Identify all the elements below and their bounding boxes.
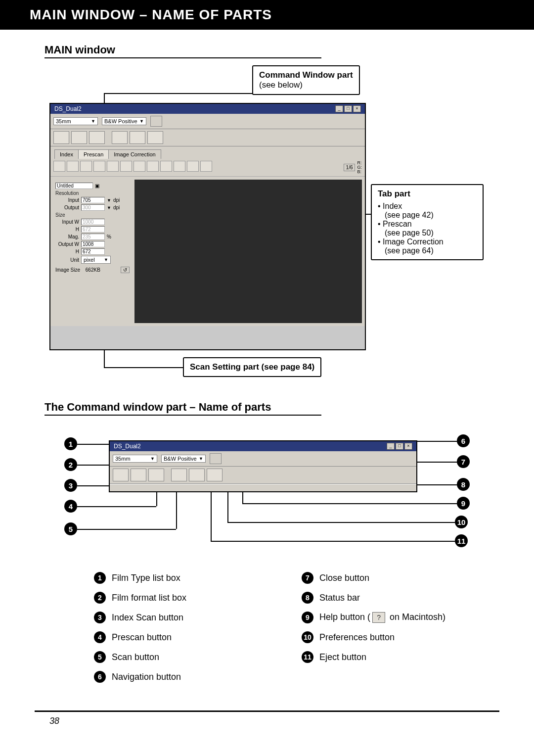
tool-11-icon[interactable] [187, 161, 199, 172]
tab-prescan[interactable]: Prescan [78, 149, 109, 159]
help-button-icon[interactable] [147, 131, 163, 144]
preview-area [134, 180, 362, 323]
cmd-preferences-button[interactable] [189, 469, 205, 481]
footer-rule [35, 710, 499, 712]
input-w-field[interactable] [81, 219, 105, 225]
label-11: 11 [455, 534, 468, 547]
screenshot-main: DS_Dual2 _ □ × 35mm▼ B&W Positive▼ [49, 103, 366, 350]
help-mac-icon: ? [372, 612, 385, 623]
cmd-window-titlebar: DS_Dual2 _ □ × [110, 441, 416, 451]
output-dpi-field[interactable] [81, 204, 105, 211]
window-title: DS_Dual2 [54, 105, 82, 112]
page-number: 38 [49, 716, 534, 726]
image-size-label: Image Size [55, 267, 80, 273]
tab-image-correction[interactable]: Image Correction [108, 149, 161, 159]
cmd-navigation-button[interactable] [210, 453, 222, 464]
legend-item-10: 10Preferences button [302, 631, 480, 643]
label-1: 1 [64, 437, 77, 450]
eject-button-icon[interactable] [112, 131, 128, 144]
image-size-value: 662KB [86, 267, 100, 273]
window-titlebar: DS_Dual2 _ □ × [50, 104, 365, 114]
tool-4-icon[interactable] [93, 161, 105, 172]
legend-item-4: 4Prescan button [94, 631, 272, 643]
cmd-close-icon[interactable]: × [404, 443, 412, 450]
callout-command-window-sub: (see below) [259, 80, 303, 90]
figure-main-window: Command Window part (see below) Tab part… [44, 65, 490, 387]
legend-item-11: 11Eject button [302, 651, 480, 663]
film-type-select[interactable]: B&W Positive▼ [102, 117, 146, 125]
prescan-button-icon[interactable] [71, 131, 87, 144]
label-6: 6 [457, 434, 470, 447]
page-title: MAIN WINDOW – NAME OF PARTS [0, 0, 534, 30]
output-h-field[interactable] [81, 248, 105, 255]
cmd-eject-button[interactable] [171, 469, 187, 481]
legend: 1Film Type list box 2Film format list bo… [94, 564, 490, 691]
minimize-icon[interactable]: _ [335, 105, 343, 112]
tool-7-icon[interactable] [134, 161, 145, 172]
scan-button-icon[interactable] [89, 131, 105, 144]
label-8: 8 [457, 478, 470, 491]
legend-item-2: 2Film format list box [94, 592, 272, 604]
preferences-button-icon[interactable] [130, 131, 145, 144]
mag-field[interactable] [81, 234, 105, 240]
tool-8-icon[interactable] [147, 161, 159, 172]
cmd-maximize-icon[interactable]: □ [396, 443, 403, 450]
input-h-field[interactable] [81, 226, 105, 233]
tool-9-icon[interactable] [160, 161, 172, 172]
label-9: 9 [457, 497, 470, 510]
unit-select[interactable]: pixel▼ [81, 256, 111, 264]
label-10: 10 [455, 516, 468, 528]
callout-tab-part: Tab part • Index(see page 42) • Prescan(… [371, 184, 484, 260]
cmd-film-format-select[interactable]: 35mm▼ [113, 455, 157, 463]
reset-icon[interactable]: ↺ [121, 267, 130, 273]
input-dpi-field[interactable] [81, 197, 105, 203]
command-toolbar: 35mm▼ B&W Positive▼ [50, 114, 365, 129]
film-format-select[interactable]: 35mm▼ [53, 117, 98, 125]
callout-command-window: Command Window part (see below) [252, 65, 360, 95]
legend-item-7: 7Close button [302, 572, 480, 584]
legend-item-6: 6Navigation button [94, 671, 272, 683]
tool-5-icon[interactable] [107, 161, 119, 172]
legend-item-9: 9Help button (? on Macintosh) [302, 612, 480, 623]
cmd-index-scan-button[interactable] [113, 469, 129, 481]
image-toolbar: 1/6 R:G:B: [50, 159, 365, 177]
size-label: Size [55, 212, 130, 218]
figure-command-window: 1 2 3 4 5 6 7 8 9 10 11 [44, 430, 490, 559]
callout-command-window-title: Command Window part [259, 70, 353, 80]
label-2: 2 [64, 458, 77, 471]
rgb-readout: 1/6 R:G:B: [344, 161, 362, 174]
main-window-heading: MAIN window [44, 44, 321, 58]
scan-setting-panel: ▣ Resolution Input▼dpi Output▼dpi Size I… [53, 180, 132, 323]
tab-index[interactable]: Index [54, 149, 79, 159]
legend-item-5: 5Scan button [94, 651, 272, 663]
legend-item-3: 3Index Scan button [94, 612, 272, 623]
label-3: 3 [64, 479, 77, 492]
legend-item-1: 1Film Type list box [94, 572, 272, 584]
label-7: 7 [457, 455, 470, 468]
tool-2-icon[interactable] [67, 161, 79, 172]
index-scan-button-icon[interactable] [53, 131, 69, 144]
cmd-scan-button[interactable] [148, 469, 164, 481]
button-toolbar [50, 129, 365, 146]
cmd-film-type-select[interactable]: B&W Positive▼ [161, 455, 206, 463]
title-field[interactable] [55, 183, 93, 189]
close-icon[interactable]: × [353, 105, 361, 112]
output-w-field[interactable] [81, 241, 105, 247]
navigation-button[interactable] [150, 116, 162, 127]
cmd-status-bar [110, 484, 416, 491]
callout-scan-setting: Scan Setting part (see page 84) [183, 357, 321, 377]
zoom-icon[interactable] [120, 161, 132, 172]
cmd-prescan-button[interactable] [131, 469, 146, 481]
tabs: Index Prescan Image Correction [50, 146, 365, 159]
tool-12-icon[interactable] [200, 161, 212, 172]
command-window-heading: The Command window part – Name of parts [44, 401, 321, 416]
cmd-minimize-icon[interactable]: _ [387, 443, 395, 450]
tool-1-icon[interactable] [53, 161, 65, 172]
cmd-help-button[interactable] [207, 469, 222, 481]
tool-3-icon[interactable] [80, 161, 92, 172]
legend-item-8: 8Status bar [302, 592, 480, 604]
screenshot-command-window: DS_Dual2 _ □ × 35mm▼ B&W Positive▼ [109, 440, 417, 492]
maximize-icon[interactable]: □ [344, 105, 352, 112]
tool-10-icon[interactable] [174, 161, 185, 172]
callout-scan-setting-title: Scan Setting part (see page 84) [190, 362, 314, 372]
